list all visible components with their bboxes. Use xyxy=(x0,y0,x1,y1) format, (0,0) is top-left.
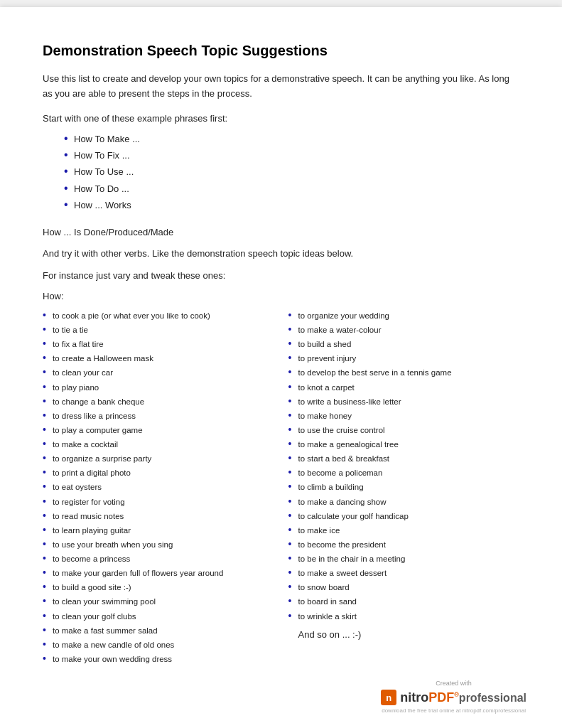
list-item: to knot a carpet xyxy=(288,380,520,395)
list-item: to snow board xyxy=(288,580,520,594)
how-label: How: xyxy=(43,291,519,301)
list-item: to tie a tie xyxy=(43,323,274,337)
list-item: to register for voting xyxy=(43,495,274,509)
list-item: to print a digital photo xyxy=(43,466,274,480)
list-item: to create a Halloween mask xyxy=(43,351,274,365)
list-item: to make a fast summer salad xyxy=(43,623,274,638)
list-item: to read music notes xyxy=(43,509,274,523)
phrase-item: How To Use ... xyxy=(64,164,519,180)
list-item: to start a bed & breakfast xyxy=(288,451,520,466)
for-instance-text: For instance just vary and tweak these o… xyxy=(43,269,519,284)
nitro-logo: n nitroPDF®professional xyxy=(381,690,526,705)
list-item: to change a bank cheque xyxy=(43,395,274,409)
list-item: to clean your golf clubs xyxy=(43,609,274,623)
footer-created-label: Created with xyxy=(381,680,526,687)
list-item: to use your breath when you sing xyxy=(43,537,274,552)
list-item: to clean your car xyxy=(43,365,274,380)
list-item: to cook a pie (or what ever you like to … xyxy=(43,309,274,323)
list-item: to make a genealogical tree xyxy=(288,437,520,451)
list-item: to wrinkle a skirt xyxy=(288,609,520,623)
footer-sub-text: download the free trial online at nitrop… xyxy=(381,707,526,714)
start-phrase-text: Start with one of these example phrases … xyxy=(43,113,519,124)
page: Demonstration Speech Topic Suggestions U… xyxy=(0,7,562,728)
right-column: to organize your weddingto make a water-… xyxy=(288,309,520,666)
nitro-registered: ® xyxy=(454,691,459,698)
list-item: to build a good site :-) xyxy=(43,580,274,594)
list-item: to become a policeman xyxy=(288,466,520,480)
list-item: to make a sweet dessert xyxy=(288,566,520,580)
list-item: to make your own wedding dress xyxy=(43,652,274,666)
phrase-item: How ... Works xyxy=(64,197,519,213)
list-item: to climb a building xyxy=(288,480,520,494)
list-item: to make honey xyxy=(288,409,520,423)
nitro-professional: professional xyxy=(459,692,526,704)
intro-text: Use this list to create and develop your… xyxy=(43,72,519,102)
list-item: to board in sand xyxy=(288,594,520,609)
list-item: to make your garden full of flowers year… xyxy=(43,566,274,580)
left-column: to cook a pie (or what ever you like to … xyxy=(43,309,274,666)
footer: Created with n nitroPDF®professional dow… xyxy=(381,680,526,714)
left-list: to cook a pie (or what ever you like to … xyxy=(43,309,274,666)
list-item: to become a princess xyxy=(43,552,274,566)
list-item: to learn playing guitar xyxy=(43,523,274,537)
right-list: to organize your weddingto make a water-… xyxy=(288,309,520,623)
list-item: to organize a surprise party xyxy=(43,451,274,466)
phrase-item: How To Make ... xyxy=(64,131,519,147)
list-item: to make a cocktail xyxy=(43,437,274,451)
phrase-item: How To Fix ... xyxy=(64,147,519,164)
list-item: to play piano xyxy=(43,380,274,395)
list-item: to eat oysters xyxy=(43,480,274,494)
nitro-n-icon: n xyxy=(381,690,396,705)
list-item: to make a water-colour xyxy=(288,323,520,337)
list-item: to organize your wedding xyxy=(288,309,520,323)
list-item: to prevent injury xyxy=(288,351,520,365)
topic-columns: to cook a pie (or what ever you like to … xyxy=(43,309,519,666)
list-item: to fix a flat tire xyxy=(43,337,274,351)
and-so-on-text: And so on ... :-) xyxy=(288,629,520,640)
phrases-list: How To Make ...How To Fix ...How To Use … xyxy=(43,131,519,214)
list-item: to make ice xyxy=(288,523,520,537)
list-item: to clean your swimming pool xyxy=(43,594,274,609)
list-item: to become the president xyxy=(288,537,520,552)
nitro-word: nitro xyxy=(400,690,428,705)
nitro-brand-text: nitroPDF®professional xyxy=(400,690,526,705)
list-item: to be in the chair in a meeting xyxy=(288,552,520,566)
list-item: to develop the best serve in a tennis ga… xyxy=(288,365,520,380)
how-done-text: How ... Is Done/Produced/Made xyxy=(43,225,519,240)
list-item: to make a new candle of old ones xyxy=(43,638,274,652)
list-item: to use the cruise control xyxy=(288,423,520,437)
list-item: to write a business-like letter xyxy=(288,395,520,409)
list-item: to make a dancing show xyxy=(288,495,520,509)
list-item: to calculate your golf handicap xyxy=(288,509,520,523)
page-title: Demonstration Speech Topic Suggestions xyxy=(43,43,519,59)
list-item: to play a computer game xyxy=(43,423,274,437)
phrase-item: How To Do ... xyxy=(64,181,519,197)
list-item: to build a shed xyxy=(288,337,520,351)
list-item: to dress like a princess xyxy=(43,409,274,423)
try-text: And try it with other verbs. Like the de… xyxy=(43,247,519,262)
nitro-pdf: PDF xyxy=(428,690,454,705)
